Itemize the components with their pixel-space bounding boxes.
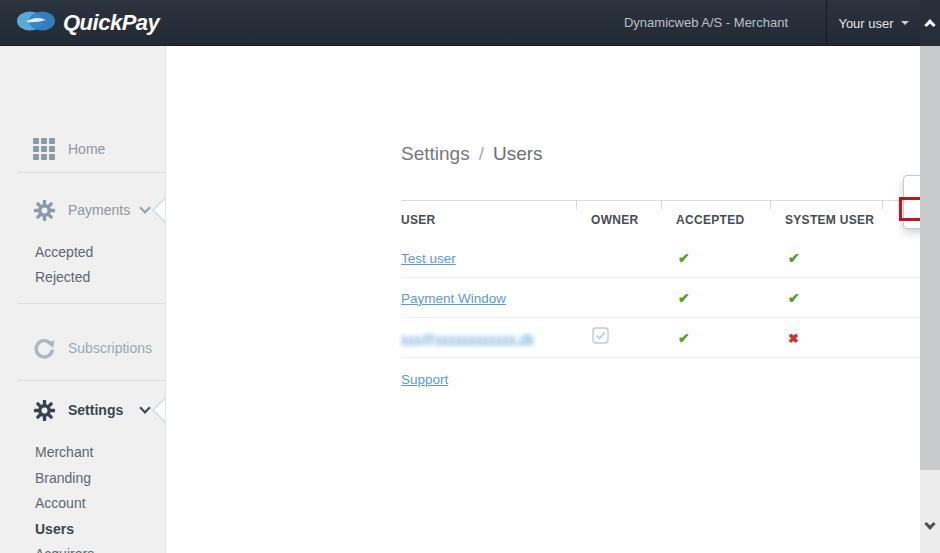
chevron-down-icon <box>139 202 150 213</box>
table-row: Payment Window✔✔ <box>401 278 940 318</box>
scroll-up-button[interactable] <box>920 0 940 46</box>
grid-icon <box>32 138 56 160</box>
owner-cell <box>576 327 661 348</box>
users-table: USEROWNERACCEPTEDSYSTEM USER Test user✔✔… <box>401 200 940 358</box>
check-icon: ✔ <box>678 330 690 346</box>
merchant-account[interactable]: Dynamicweb A/S - Merchant <box>624 0 788 46</box>
chevron-down-icon <box>139 402 150 413</box>
breadcrumb: Settings / Users <box>401 143 543 165</box>
check-icon: ✔ <box>678 290 690 306</box>
active-section-notch <box>152 196 166 224</box>
breadcrumb-settings[interactable]: Settings <box>401 143 470 165</box>
sidebar-item-label: Rejected <box>35 269 90 285</box>
sidebar-item-label: Payments <box>68 202 130 218</box>
sidebar-item-home[interactable]: Home <box>0 135 165 163</box>
sidebar-item-label: Home <box>68 141 105 157</box>
table-row: xxx@xxxxxxxxxxxx.dk✔✖ <box>401 318 940 358</box>
sidebar: HomePaymentsAcceptedRejectedSubscription… <box>0 46 166 553</box>
column-header-owner: OWNER <box>576 201 661 238</box>
quickpay-app: QuickPay Dynamicweb A/S - Merchant Your … <box>0 0 940 553</box>
system-user-cell: ✔ <box>770 289 882 307</box>
scrollbar[interactable] <box>920 0 940 553</box>
table-row: Test user✔✔ <box>401 238 940 278</box>
chevron-up-icon <box>924 19 935 30</box>
quickpay-logo-icon <box>16 9 56 37</box>
system-user-cell: ✔ <box>770 249 882 267</box>
sidebar-item-payments[interactable]: Payments <box>0 196 165 224</box>
sidebar-item-branding[interactable]: Branding <box>0 464 165 492</box>
gear-icon <box>32 200 56 221</box>
sidebar-item-account[interactable]: Account <box>0 489 165 517</box>
scroll-down-button[interactable] <box>920 522 940 528</box>
sidebar-item-label: Settings <box>68 402 123 418</box>
sidebar-item-label: Users <box>35 521 74 537</box>
check-icon: ✔ <box>788 250 800 266</box>
sidebar-item-settings[interactable]: Settings <box>0 396 165 424</box>
sidebar-item-subscriptions[interactable]: Subscriptions <box>0 334 165 362</box>
sidebar-item-rejected[interactable]: Rejected <box>0 263 165 291</box>
user-link[interactable]: xxx@xxxxxxxxxxxx.dk <box>401 331 534 346</box>
breadcrumb-separator: / <box>479 143 484 165</box>
caret-down-icon <box>901 21 909 25</box>
system-user-cell: ✖ <box>770 329 882 347</box>
accepted-cell: ✔ <box>661 249 770 267</box>
gear-icon <box>32 400 56 421</box>
sidebar-item-label: Subscriptions <box>68 340 152 356</box>
brand-name: QuickPay <box>63 10 159 36</box>
sidebar-item-accepted[interactable]: Accepted <box>0 238 165 266</box>
breadcrumb-users: Users <box>493 143 543 165</box>
cross-icon: ✖ <box>788 331 799 346</box>
sidebar-divider <box>18 380 165 381</box>
user-menu-label: Your user <box>838 16 893 31</box>
active-section-notch <box>152 396 166 424</box>
checkbox-checked-icon <box>592 330 609 347</box>
user-menu[interactable]: Your user <box>827 0 920 46</box>
sidebar-item-label: Acquirers <box>35 546 94 553</box>
column-header-accepted: ACCEPTED <box>661 201 770 238</box>
accepted-cell: ✔ <box>661 329 770 347</box>
user-link[interactable]: Payment Window <box>401 291 506 306</box>
accepted-cell: ✔ <box>661 289 770 307</box>
column-header-system-user: SYSTEM USER <box>770 201 882 238</box>
user-link[interactable]: Test user <box>401 251 456 266</box>
sidebar-item-acquirers[interactable]: Acquirers <box>0 540 165 553</box>
check-icon: ✔ <box>788 290 800 306</box>
sidebar-item-label: Accepted <box>35 244 93 260</box>
sidebar-divider <box>18 303 165 304</box>
table-body: Test user✔✔Payment Window✔✔xxx@xxxxxxxxx… <box>401 238 940 358</box>
topbar: QuickPay Dynamicweb A/S - Merchant Your … <box>0 0 940 46</box>
sidebar-item-merchant[interactable]: Merchant <box>0 438 165 466</box>
main-content: Settings / Users Actions +Invite user+Cr… <box>166 46 920 553</box>
brand[interactable]: QuickPay <box>16 0 159 46</box>
table-header-row: USEROWNERACCEPTEDSYSTEM USER <box>401 200 940 238</box>
sidebar-item-label: Merchant <box>35 444 93 460</box>
sidebar-divider <box>18 172 165 173</box>
column-header-user: USER <box>401 201 576 238</box>
support: Support <box>401 372 448 387</box>
scrollbar-track[interactable] <box>920 470 940 553</box>
check-icon: ✔ <box>678 250 690 266</box>
sidebar-item-label: Branding <box>35 470 91 486</box>
sidebar-item-label: Account <box>35 495 86 511</box>
support-link[interactable]: Support <box>401 372 448 387</box>
scrollbar-thumb[interactable] <box>920 46 940 470</box>
refresh-icon <box>32 337 56 360</box>
sidebar-item-users[interactable]: Users <box>0 515 165 543</box>
